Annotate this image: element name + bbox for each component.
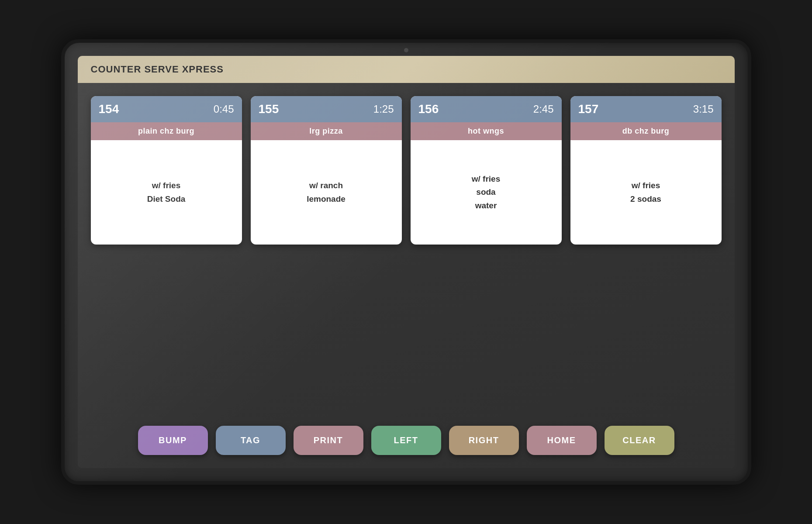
card-body-157: w/ fries2 sodas xyxy=(570,140,722,245)
right-button[interactable]: RIGHT xyxy=(449,426,519,455)
orders-area: 1540:45plain chz burgw/ friesDiet Soda15… xyxy=(91,96,722,417)
card-item-name-155: lrg pizza xyxy=(251,122,402,140)
order-card-157[interactable]: 1573:15db chz burgw/ fries2 sodas xyxy=(570,96,722,245)
card-item-name-157: db chz burg xyxy=(570,122,722,140)
card-time-155: 1:25 xyxy=(373,103,394,115)
card-body-text-157: w/ fries2 sodas xyxy=(630,179,661,206)
app-title: COUNTER SERVE XPRESS xyxy=(91,64,224,75)
order-card-155[interactable]: 1551:25lrg pizzaw/ ranchlemonade xyxy=(251,96,402,245)
order-card-156[interactable]: 1562:45hot wngsw/ friessodawater xyxy=(411,96,562,245)
card-number-155: 155 xyxy=(259,102,279,116)
card-body-text-155: w/ ranchlemonade xyxy=(307,179,346,206)
card-item-name-154: plain chz burg xyxy=(91,122,242,140)
card-number-156: 156 xyxy=(418,102,439,116)
home-button[interactable]: HOME xyxy=(527,426,597,455)
card-time-157: 3:15 xyxy=(693,103,714,115)
card-number-154: 154 xyxy=(99,102,119,116)
card-number-157: 157 xyxy=(578,102,599,116)
screen: COUNTER SERVE XPRESS 1540:45plain chz bu… xyxy=(78,56,735,468)
card-header-157: 1573:15 xyxy=(570,96,722,122)
card-body-text-156: w/ friessodawater xyxy=(472,172,500,212)
bottom-bar: BUMP TAG PRINT LEFT RIGHT HOME CLEAR xyxy=(91,417,722,459)
main-content: 1540:45plain chz burgw/ friesDiet Soda15… xyxy=(78,83,735,468)
bump-button[interactable]: BUMP xyxy=(138,426,208,455)
card-body-155: w/ ranchlemonade xyxy=(251,140,402,245)
card-header-155: 1551:25 xyxy=(251,96,402,122)
tag-button[interactable]: TAG xyxy=(216,426,286,455)
card-header-156: 1562:45 xyxy=(411,96,562,122)
card-header-154: 1540:45 xyxy=(91,96,242,122)
card-time-156: 2:45 xyxy=(533,103,554,115)
left-button[interactable]: LEFT xyxy=(371,426,441,455)
order-card-154[interactable]: 1540:45plain chz burgw/ friesDiet Soda xyxy=(91,96,242,245)
header-bar: COUNTER SERVE XPRESS xyxy=(78,56,735,83)
card-body-154: w/ friesDiet Soda xyxy=(91,140,242,245)
tablet-frame: COUNTER SERVE XPRESS 1540:45plain chz bu… xyxy=(61,39,751,485)
card-time-154: 0:45 xyxy=(214,103,234,115)
card-body-156: w/ friessodawater xyxy=(411,140,562,245)
card-body-text-154: w/ friesDiet Soda xyxy=(147,179,186,206)
print-button[interactable]: PRINT xyxy=(294,426,363,455)
card-item-name-156: hot wngs xyxy=(411,122,562,140)
clear-button[interactable]: CLEAR xyxy=(605,426,674,455)
